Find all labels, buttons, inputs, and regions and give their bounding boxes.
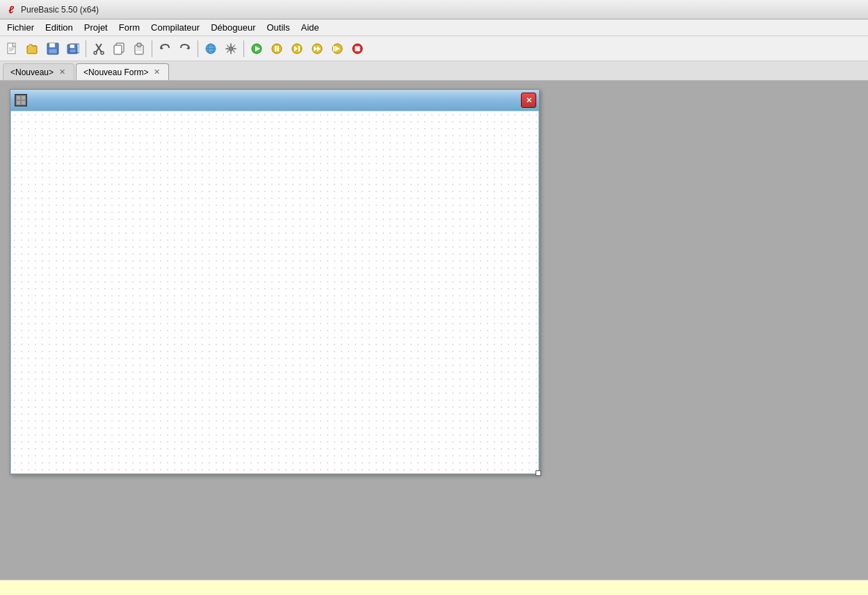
menu-aide[interactable]: Aide <box>296 20 325 35</box>
svg-point-32 <box>272 44 282 54</box>
redo-button[interactable] <box>175 39 195 58</box>
step-button[interactable] <box>287 39 307 58</box>
svg-point-29 <box>229 47 233 51</box>
svg-rect-45 <box>355 46 360 51</box>
form-window-titlebar[interactable]: ✕ <box>10 90 539 111</box>
menu-outils[interactable]: Outils <box>262 20 296 35</box>
svg-rect-48 <box>22 96 25 100</box>
menu-debogueur[interactable]: Débogueur <box>205 20 261 35</box>
globe-button[interactable] <box>201 39 220 58</box>
toolbar <box>0 36 868 61</box>
form-close-button[interactable]: ✕ <box>521 93 536 108</box>
svg-point-15 <box>101 51 104 54</box>
form-window: ✕ <box>10 89 540 475</box>
new-button[interactable] <box>3 39 22 58</box>
tab-nouveau-form[interactable]: <Nouveau Form> ✕ <box>76 63 169 80</box>
paste-button[interactable] <box>129 39 149 58</box>
toolbar-sep-1 <box>86 40 86 57</box>
menu-bar: Fichier Edition Projet Form Compilateur … <box>0 19 868 36</box>
status-bar <box>0 580 868 595</box>
menu-projet[interactable]: Projet <box>79 20 113 35</box>
toolbar-sep-3 <box>198 40 198 57</box>
tab-nouveau-form-label: <Nouveau Form> <box>83 68 148 77</box>
svg-rect-37 <box>298 46 300 51</box>
svg-rect-50 <box>22 101 25 104</box>
menu-compilateur[interactable]: Compilateur <box>145 20 205 35</box>
save-button[interactable] <box>43 39 63 58</box>
svg-rect-34 <box>278 46 280 51</box>
title-bar: ℓ PureBasic 5.50 (x64) <box>0 0 868 19</box>
tab-nouveau-close[interactable]: ✕ <box>58 68 67 77</box>
undo-button[interactable] <box>155 39 175 58</box>
toolbar-sep-2 <box>152 40 152 57</box>
app-icon: ℓ <box>6 4 17 15</box>
cut-button[interactable] <box>89 39 108 58</box>
svg-rect-52 <box>11 111 538 473</box>
tab-nouveau-form-close[interactable]: ✕ <box>152 68 161 77</box>
svg-rect-47 <box>17 96 20 100</box>
stepin-button[interactable] <box>328 39 347 58</box>
svg-point-14 <box>94 51 97 54</box>
dot-grid <box>11 111 538 473</box>
svg-rect-49 <box>17 101 20 104</box>
pause-button[interactable] <box>267 39 287 58</box>
tab-nouveau[interactable]: <Nouveau> ✕ <box>3 63 74 80</box>
main-area: ✕ <box>0 81 868 580</box>
form-window-icon <box>15 94 27 106</box>
stepover-button[interactable] <box>307 39 327 58</box>
run-button[interactable] <box>247 39 266 58</box>
form-canvas[interactable] <box>10 111 539 474</box>
svg-rect-9 <box>70 45 74 48</box>
resize-handle[interactable] <box>536 470 541 476</box>
svg-rect-7 <box>49 49 57 54</box>
copy-button[interactable] <box>109 39 129 58</box>
open-button[interactable] <box>23 39 42 58</box>
stop-button[interactable] <box>348 39 367 58</box>
svg-rect-19 <box>137 43 141 47</box>
svg-rect-17 <box>114 45 122 54</box>
tab-bar: <Nouveau> ✕ <Nouveau Form> ✕ <box>0 61 868 81</box>
tab-nouveau-label: <Nouveau> <box>10 68 54 77</box>
svg-rect-6 <box>49 43 55 47</box>
svg-rect-33 <box>275 46 277 51</box>
menu-edition[interactable]: Edition <box>40 20 79 35</box>
menu-form[interactable]: Form <box>113 20 145 35</box>
menu-fichier[interactable]: Fichier <box>1 20 40 35</box>
settings-button[interactable] <box>221 39 241 58</box>
title-text: PureBasic 5.50 (x64) <box>21 5 99 15</box>
toolbar-sep-4 <box>243 40 244 57</box>
saveall-button[interactable] <box>63 39 83 58</box>
